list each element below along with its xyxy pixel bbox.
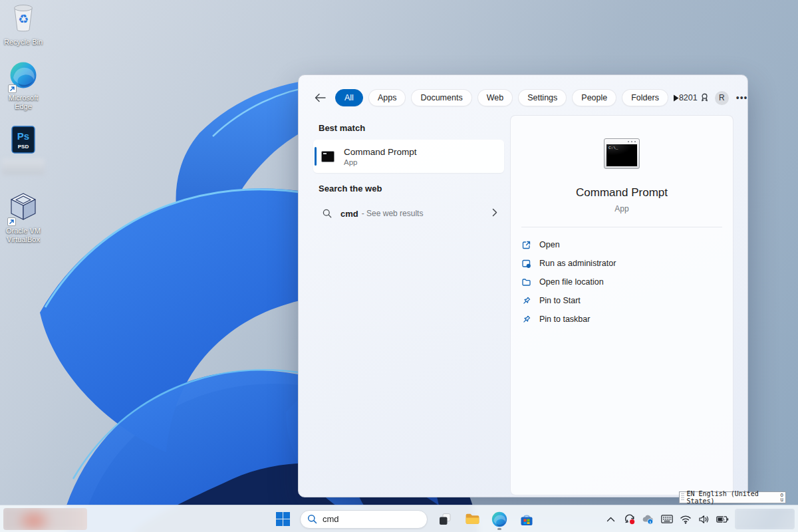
- selection-accent-bar: [315, 147, 317, 166]
- taskbar-search-box[interactable]: [300, 510, 428, 529]
- langbar-grip[interactable]: [681, 493, 684, 501]
- desktop-icon-psd-file[interactable]: Ps PSD: [0, 126, 47, 177]
- language-bar[interactable]: EN English (United States) ou: [679, 491, 786, 503]
- back-arrow-icon: [315, 93, 326, 102]
- shortcut-arrow-badge: [7, 217, 16, 226]
- svg-text:♻: ♻: [18, 13, 29, 26]
- cloud-info-icon: i: [642, 514, 654, 525]
- preview-subtitle: App: [511, 204, 733, 213]
- tab-web[interactable]: Web: [477, 89, 513, 106]
- tab-apps[interactable]: Apps: [368, 89, 406, 106]
- update-restart-icon: [624, 513, 636, 525]
- tab-documents[interactable]: Documents: [411, 89, 471, 106]
- action-pin-to-taskbar[interactable]: Pin to taskbar: [511, 310, 733, 329]
- action-open-file-location[interactable]: Open file location: [511, 273, 733, 291]
- rewards-medal-icon: [700, 93, 709, 102]
- tray-wifi[interactable]: [679, 513, 692, 525]
- svg-text:PSD: PSD: [18, 144, 29, 150]
- desktop-icon-label: Microsoft Edge: [1, 94, 46, 111]
- tray-battery[interactable]: [716, 513, 729, 525]
- clock-blur: [735, 509, 795, 529]
- rewards-points[interactable]: 8201: [679, 93, 709, 102]
- action-run-as-administrator[interactable]: Run as administrator: [511, 254, 733, 273]
- widgets-blur: [3, 508, 87, 530]
- more-tabs-button[interactable]: [673, 94, 679, 102]
- redacted-filename-blur: [2, 159, 45, 175]
- file-explorer-button[interactable]: [462, 509, 482, 529]
- tray-chevron-up[interactable]: [604, 513, 617, 525]
- user-avatar[interactable]: R: [715, 91, 729, 105]
- desktop-icon-microsoft-edge[interactable]: Microsoft Edge: [0, 61, 47, 111]
- langbar-options-icon[interactable]: ou: [780, 493, 783, 502]
- search-header: All Apps Documents Web Settings People F…: [315, 88, 733, 107]
- results-column: Best match Command Prompt App Search the…: [313, 118, 504, 227]
- best-match-result[interactable]: Command Prompt App: [313, 140, 504, 173]
- search-icon: [307, 514, 317, 524]
- clock-area[interactable]: [735, 509, 795, 529]
- action-label: Open: [539, 240, 560, 249]
- desktop-icon-label: Oracle VM VirtualBox: [1, 227, 46, 244]
- context-actions: Open Run as administrator Open file loca…: [511, 231, 733, 332]
- web-search-result[interactable]: cmd - See web results: [313, 200, 504, 227]
- play-arrow-icon: [673, 94, 679, 102]
- header-right-cluster: 8201 R •••: [679, 91, 749, 105]
- action-label: Run as administrator: [539, 259, 616, 268]
- shortcut-arrow-badge: [8, 84, 17, 93]
- chevron-up-icon: [606, 517, 615, 522]
- preview-pane: C:\_ Command Prompt App Open Run as admi…: [510, 115, 733, 495]
- action-open[interactable]: Open: [511, 235, 733, 254]
- divider: [521, 227, 722, 227]
- taskbar: i: [0, 505, 798, 532]
- svg-text:Ps: Ps: [17, 130, 29, 142]
- keyboard-icon: [661, 515, 673, 523]
- run-as-admin-icon: [521, 259, 531, 269]
- start-button[interactable]: [273, 509, 293, 529]
- tab-settings[interactable]: Settings: [518, 89, 567, 106]
- action-label: Pin to taskbar: [539, 315, 590, 324]
- desktop-icon-label: Recycle Bin: [4, 38, 43, 47]
- best-match-heading: Best match: [319, 123, 499, 133]
- running-indicator: [497, 528, 501, 530]
- search-web-heading: Search the web: [319, 184, 499, 194]
- options-menu-button[interactable]: •••: [735, 92, 749, 103]
- desktop-icon-column: ♻ Recycle Bin Microsoft Edge Ps: [0, 3, 47, 259]
- rewards-count: 8201: [679, 93, 698, 102]
- tab-people[interactable]: People: [572, 89, 616, 106]
- tray-cloud-info[interactable]: i: [642, 513, 654, 525]
- window-titlebar: [604, 139, 639, 144]
- avatar-initial: R: [719, 93, 725, 102]
- command-prompt-icon: [321, 151, 334, 162]
- chevron-right-icon: [492, 207, 497, 219]
- search-icon: [323, 209, 332, 218]
- edge-icon: [491, 511, 507, 527]
- microsoft-store-icon: [519, 511, 535, 527]
- result-text: Command Prompt App: [344, 147, 417, 166]
- tray-touch-keyboard[interactable]: [660, 513, 673, 525]
- widgets-button[interactable]: [3, 508, 87, 530]
- wifi-icon: [680, 515, 692, 524]
- file-explorer-icon: [464, 511, 481, 527]
- system-tray: i: [604, 505, 729, 532]
- recycle-bin-icon: ♻: [9, 3, 37, 36]
- pin-icon: [521, 315, 531, 325]
- desktop-icon-recycle-bin[interactable]: ♻ Recycle Bin: [0, 3, 47, 47]
- tray-volume[interactable]: [698, 513, 710, 525]
- microsoft-store-button[interactable]: [517, 509, 537, 529]
- action-pin-to-start[interactable]: Pin to Start: [511, 291, 733, 310]
- action-label: Pin to Start: [539, 296, 581, 305]
- photoshop-psd-icon: Ps PSD: [10, 126, 37, 156]
- tab-all[interactable]: All: [335, 89, 363, 106]
- result-title: Command Prompt: [344, 147, 417, 157]
- tab-folders[interactable]: Folders: [622, 89, 668, 106]
- speaker-icon: [698, 515, 710, 524]
- search-input[interactable]: [323, 514, 409, 524]
- task-view-button[interactable]: [435, 509, 455, 529]
- windows-search-panel: All Apps Documents Web Settings People F…: [298, 74, 748, 497]
- web-query: cmd: [340, 209, 358, 219]
- back-button[interactable]: [315, 90, 326, 105]
- desktop-icon-virtualbox[interactable]: Oracle VM VirtualBox: [0, 192, 47, 244]
- preview-title: Command Prompt: [511, 186, 733, 200]
- tray-update-pending[interactable]: [623, 513, 636, 525]
- svg-text:i: i: [650, 519, 651, 523]
- edge-button[interactable]: [489, 509, 509, 529]
